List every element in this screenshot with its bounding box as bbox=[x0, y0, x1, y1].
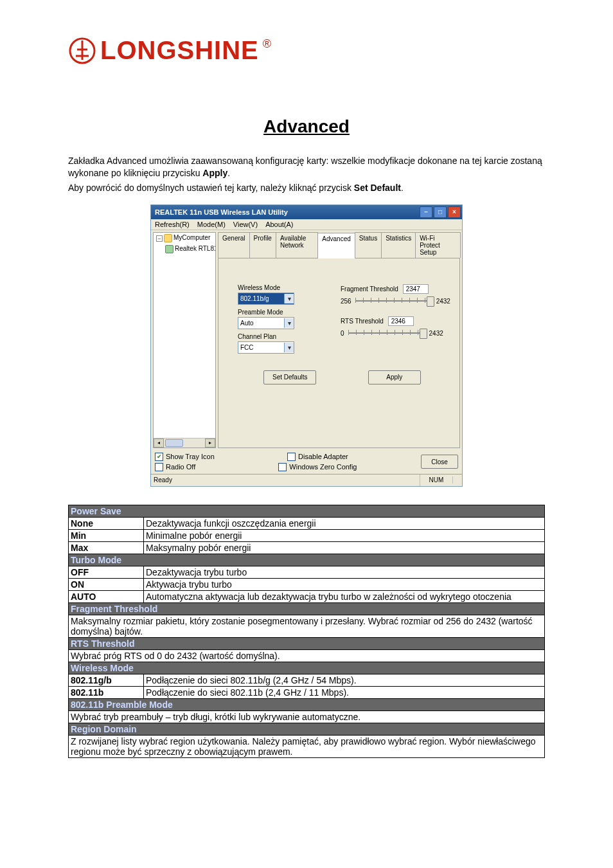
tab-available-network[interactable]: Available Network bbox=[276, 232, 318, 258]
device-tree[interactable]: –MyComputer Realtek RTL8188 ◂ ▸ bbox=[153, 232, 216, 448]
section-turbo-mode: Turbo Mode bbox=[69, 554, 545, 566]
scroll-left-icon[interactable]: ◂ bbox=[154, 439, 164, 448]
set-defaults-button[interactable]: Set Defaults bbox=[263, 370, 316, 384]
window-footer: ✔Show Tray Icon Radio Off Disable Adapte… bbox=[151, 450, 462, 474]
status-numlock: NUM bbox=[420, 476, 453, 484]
radio-off-checkbox[interactable]: Radio Off bbox=[155, 463, 215, 471]
fragment-threshold-slider[interactable]: 256 2432 bbox=[341, 298, 450, 305]
scroll-right-icon[interactable]: ▸ bbox=[205, 439, 215, 448]
window-title: REALTEK 11n USB Wireless LAN Utility bbox=[155, 208, 288, 216]
section-region-domain: Region Domain bbox=[69, 723, 545, 735]
minimize-icon[interactable]: – bbox=[420, 206, 432, 218]
settings-table: Power Save NoneDezaktywacja funkcji oszc… bbox=[68, 505, 545, 758]
menu-about[interactable]: About(A) bbox=[265, 221, 293, 228]
tab-statistics[interactable]: Statistics bbox=[381, 232, 416, 258]
intro-paragraph-1: Zakładka Advanced umożliwia zaawansowaną… bbox=[68, 155, 545, 179]
tree-scrollbar[interactable]: ◂ ▸ bbox=[154, 438, 215, 448]
registered-icon: ® bbox=[263, 37, 271, 51]
logo-text: LONGSHINE bbox=[100, 36, 259, 65]
menu-view[interactable]: View(V) bbox=[233, 221, 258, 228]
tab-advanced[interactable]: Advanced bbox=[317, 233, 355, 258]
computer-icon bbox=[164, 234, 172, 242]
apply-button[interactable]: Apply bbox=[368, 370, 421, 384]
intro-paragraph-2: Aby powrócić do domyślnych ustawień tej … bbox=[68, 182, 545, 194]
slider-thumb-icon[interactable] bbox=[420, 329, 427, 339]
menu-bar: Refresh(R) Mode(M) View(V) About(A) bbox=[151, 219, 462, 230]
statusbar: Ready NUM bbox=[151, 474, 462, 486]
preamble-mode-select[interactable]: Auto▾ bbox=[238, 317, 294, 329]
adapter-icon bbox=[165, 245, 173, 253]
tab-general[interactable]: General bbox=[218, 232, 250, 258]
status-text: Ready bbox=[151, 475, 420, 486]
section-fragment-threshold: Fragment Threshold bbox=[69, 602, 545, 615]
close-icon[interactable]: × bbox=[448, 206, 461, 218]
show-tray-icon-checkbox[interactable]: ✔Show Tray Icon bbox=[155, 453, 215, 461]
menu-refresh[interactable]: Refresh(R) bbox=[155, 221, 190, 228]
close-button[interactable]: Close bbox=[421, 455, 458, 469]
chevron-down-icon[interactable]: ▾ bbox=[284, 343, 294, 352]
chevron-down-icon[interactable]: ▾ bbox=[284, 318, 294, 328]
window-titlebar[interactable]: REALTEK 11n USB Wireless LAN Utility – □… bbox=[151, 205, 462, 219]
fragment-threshold-value[interactable]: 2347 bbox=[403, 284, 429, 294]
section-wireless-mode: Wireless Mode bbox=[69, 662, 545, 674]
disable-adapter-checkbox[interactable]: Disable Adapter bbox=[287, 453, 348, 461]
slider-thumb-icon[interactable] bbox=[427, 296, 434, 307]
wireless-mode-select[interactable]: 802.11b/g▾ bbox=[238, 293, 294, 305]
scroll-thumb[interactable] bbox=[165, 439, 183, 447]
windows-zero-config-checkbox[interactable]: Windows Zero Config bbox=[278, 463, 357, 471]
section-preamble-mode: 802.11b Preamble Mode bbox=[69, 698, 545, 710]
rts-threshold-slider[interactable]: 0 2432 bbox=[341, 330, 450, 337]
maximize-icon[interactable]: □ bbox=[434, 206, 447, 218]
tab-status[interactable]: Status bbox=[355, 232, 382, 258]
tab-bar: General Profile Available Network Advanc… bbox=[218, 232, 460, 258]
brand-logo: LONGSHINE ® bbox=[68, 36, 545, 65]
rts-threshold-value[interactable]: 2346 bbox=[388, 316, 414, 326]
utility-window: REALTEK 11n USB Wireless LAN Utility – □… bbox=[150, 204, 463, 487]
tab-wps[interactable]: Wi-Fi Protect Setup bbox=[415, 232, 461, 258]
section-power-save: Power Save bbox=[69, 505, 545, 517]
tab-profile[interactable]: Profile bbox=[249, 232, 276, 258]
section-rts-threshold: RTS Threshold bbox=[69, 637, 545, 649]
menu-mode[interactable]: Mode(M) bbox=[197, 221, 226, 228]
channel-plan-select[interactable]: FCC▾ bbox=[238, 341, 294, 354]
logo-mark-icon bbox=[68, 37, 96, 65]
advanced-panel: Wireless Mode 802.11b/g▾ Preamble Mode A… bbox=[218, 258, 460, 448]
page-title: Advanced bbox=[68, 116, 545, 137]
rts-threshold-label: RTS Threshold bbox=[341, 318, 384, 325]
chevron-down-icon[interactable]: ▾ bbox=[284, 294, 294, 303]
fragment-threshold-label: Fragment Threshold bbox=[341, 285, 398, 293]
